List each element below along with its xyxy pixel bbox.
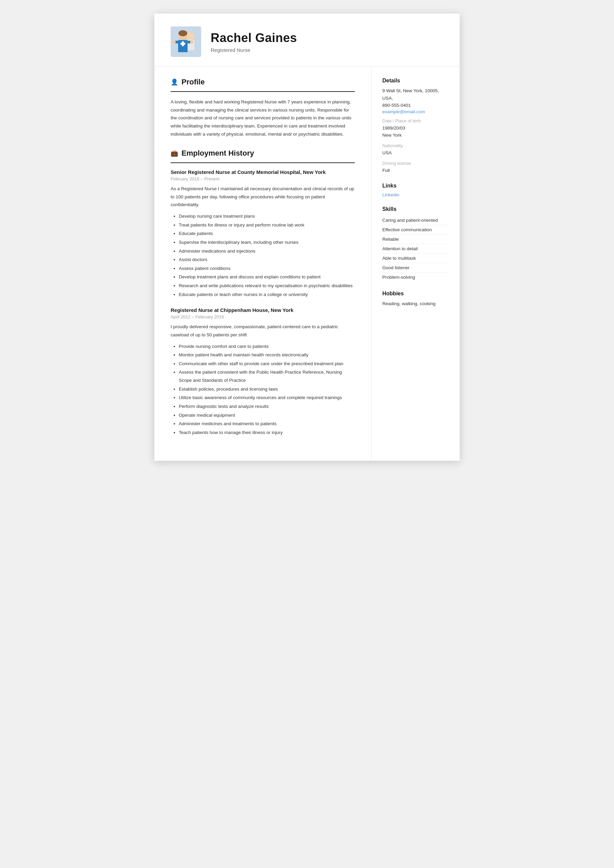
employment-divider bbox=[171, 163, 355, 163]
bullet-item: Supervise the interdisciplinary team, in… bbox=[179, 239, 355, 246]
job-1-title: Senior Registered Nurse at County Memori… bbox=[171, 169, 355, 175]
hobbies-title: Hobbies bbox=[382, 291, 449, 297]
profile-divider bbox=[171, 91, 355, 92]
skill-item: Effective communication bbox=[382, 225, 449, 235]
bullet-item: Administer medicines and treatments to p… bbox=[179, 420, 355, 428]
job-1-description: As a Registered Nurse I maintained all n… bbox=[171, 185, 355, 209]
job-2-description: I proudly delivered responsive, compassi… bbox=[171, 323, 355, 339]
bullet-item: Teach patients how to manage their illne… bbox=[179, 429, 355, 437]
main-column: 👤 Profile A loving, flexible and hard wo… bbox=[154, 67, 372, 461]
employment-icon: 💼 bbox=[171, 150, 178, 157]
skill-item: Good listener bbox=[382, 263, 449, 273]
linkedin-link[interactable]: Linkedin bbox=[382, 192, 449, 197]
profile-header: 👤 Profile bbox=[171, 78, 355, 87]
bullet-item: Establish policies, procedures and licen… bbox=[179, 385, 355, 393]
svg-rect-7 bbox=[180, 43, 185, 45]
profile-icon: 👤 bbox=[171, 78, 178, 86]
employment-title: Employment History bbox=[182, 149, 254, 158]
job-2-bullets: Provide nursing comfort and care to pati… bbox=[171, 343, 355, 437]
resume: Rachel Gaines Registered Nurse 👤 Profile… bbox=[154, 14, 460, 461]
header-section: Rachel Gaines Registered Nurse bbox=[154, 14, 460, 67]
skills-section: Skills Caring and patient-oriented Effec… bbox=[382, 206, 449, 282]
employment-section: 💼 Employment History Senior Registered N… bbox=[171, 149, 355, 436]
bullet-item: Assist doctors bbox=[179, 256, 355, 264]
license: Full bbox=[382, 167, 449, 174]
bullet-item: Communicate with other staff to provide … bbox=[179, 360, 355, 368]
bullet-item: Utilize basic awareness of community res… bbox=[179, 394, 355, 402]
job-1-bullets: Develop nursing care treatment plans Tre… bbox=[171, 212, 355, 298]
skill-item: Able to multitask bbox=[382, 254, 449, 263]
avatar-image bbox=[171, 26, 201, 57]
bullet-item: Assess patient conditions bbox=[179, 265, 355, 273]
details-title: Details bbox=[382, 78, 449, 84]
employment-header: 💼 Employment History bbox=[171, 149, 355, 158]
bullet-item: Educate patients bbox=[179, 229, 355, 238]
candidate-title: Registered Nurse bbox=[211, 47, 297, 53]
profile-title: Profile bbox=[182, 78, 205, 87]
skill-item: Problem-solving bbox=[382, 273, 449, 282]
nationality: USA bbox=[382, 149, 449, 157]
bullet-item: Develop treatment plans and discuss and … bbox=[179, 273, 355, 281]
skill-item: Caring and patient-oriented bbox=[382, 215, 449, 225]
job-2-title: Registered Nurse at Chippenham House, Ne… bbox=[171, 307, 355, 313]
dob-label: Date / Place of birth bbox=[382, 118, 449, 123]
bullet-item: Educate patients or teach other nurses i… bbox=[179, 291, 355, 299]
name-title-group: Rachel Gaines Registered Nurse bbox=[211, 31, 297, 53]
phone: 890-555-0401 bbox=[382, 102, 449, 109]
bullet-item: Administer medications and injections bbox=[179, 247, 355, 255]
svg-point-10 bbox=[173, 40, 176, 44]
profile-section: 👤 Profile A loving, flexible and hard wo… bbox=[171, 78, 355, 138]
body-section: 👤 Profile A loving, flexible and hard wo… bbox=[154, 67, 460, 461]
links-title: Links bbox=[382, 183, 449, 189]
job-1-dates: February 2016 – Present bbox=[171, 176, 355, 181]
svg-point-4 bbox=[179, 30, 187, 36]
bullet-item: Operate medical equipment bbox=[179, 411, 355, 419]
skills-title: Skills bbox=[382, 206, 449, 212]
email-link[interactable]: example@email.com bbox=[382, 109, 449, 114]
svg-point-11 bbox=[190, 40, 193, 44]
skill-item: Attention to detail bbox=[382, 244, 449, 254]
bullet-item: Develop nursing care treatment plans bbox=[179, 212, 355, 220]
bullet-item: Treat patients for illness or injury and… bbox=[179, 221, 355, 229]
avatar bbox=[171, 26, 201, 57]
job-2: Registered Nurse at Chippenham House, Ne… bbox=[171, 307, 355, 436]
license-label: Driving license bbox=[382, 161, 449, 166]
hobbies-section: Hobbies Reading, walking, cooking bbox=[382, 291, 449, 307]
links-section: Links Linkedin bbox=[382, 183, 449, 197]
candidate-name: Rachel Gaines bbox=[211, 31, 297, 45]
job-2-dates: April 2012 – February 2016 bbox=[171, 314, 355, 319]
dob: 1989/20/03 bbox=[382, 124, 449, 132]
bullet-item: Perform diagnostic tests and analyze res… bbox=[179, 403, 355, 411]
nationality-label: Nationality bbox=[382, 143, 449, 148]
birthplace: New York bbox=[382, 132, 449, 139]
svg-point-1 bbox=[186, 33, 194, 41]
address: 9 Wall St, New York, 10005, USA, bbox=[382, 87, 449, 102]
bullet-item: Provide nursing comfort and care to pati… bbox=[179, 343, 355, 350]
skill-item: Reliable bbox=[382, 235, 449, 244]
profile-text: A loving, flexible and hard working Regi… bbox=[171, 98, 355, 138]
bullet-item: Monitor patient health and maintain heal… bbox=[179, 351, 355, 359]
details-section: Details 9 Wall St, New York, 10005, USA,… bbox=[382, 78, 449, 174]
bullet-item: Research and write publications relevant… bbox=[179, 282, 355, 290]
bullet-item: Assess the patient consistent with the P… bbox=[179, 368, 355, 384]
sidebar-column: Details 9 Wall St, New York, 10005, USA,… bbox=[372, 67, 460, 461]
hobbies-text: Reading, walking, cooking bbox=[382, 300, 449, 307]
job-1: Senior Registered Nurse at County Memori… bbox=[171, 169, 355, 298]
